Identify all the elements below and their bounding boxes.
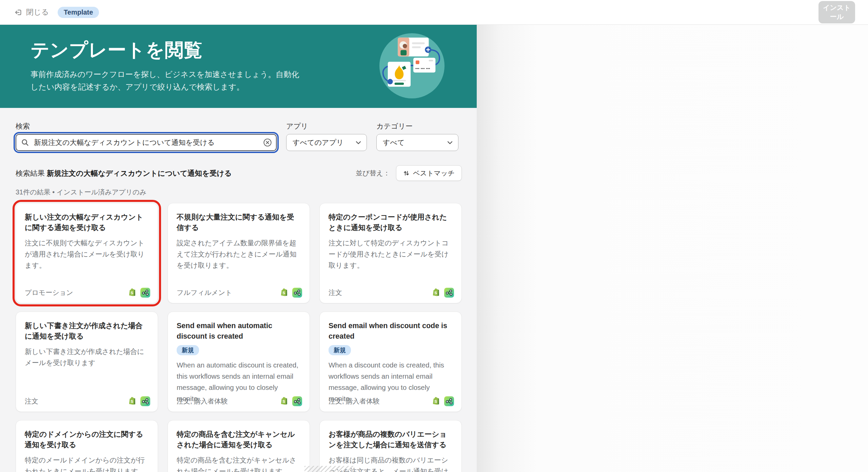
canvas-backdrop — [477, 25, 868, 472]
category-filter-group: カテゴリー すべて — [376, 121, 458, 151]
svg-text:S: S — [434, 399, 437, 403]
card-title: 特定のクーポンコードが使用されたときに通知を受け取る — [329, 212, 452, 233]
flow-icon — [444, 288, 454, 298]
clear-search-button[interactable] — [263, 138, 272, 148]
template-card[interactable]: 不規則な大量注文に関する通知を受信する設定されたアイテム数量の限界値を超えて注文… — [167, 203, 310, 303]
install-button[interactable]: インストール — [818, 1, 855, 23]
flow-icon — [140, 288, 150, 298]
shopify-icon: S — [128, 288, 137, 298]
card-category: 注文 — [329, 288, 342, 297]
template-card[interactable]: Send email when automatic discount is cr… — [167, 311, 310, 412]
card-description: 特定の商品を含む注文がキャンセルされた場合にメールを受け取ります — [177, 455, 300, 472]
svg-text:S: S — [282, 399, 285, 403]
svg-text:S: S — [282, 290, 285, 295]
sort-value: ベストマッチ — [413, 169, 455, 178]
hero-illustration — [378, 32, 446, 99]
card-footer: 注文 S — [329, 288, 454, 298]
card-category: 注文 — [25, 397, 38, 406]
filter-bar: 検索 アプリ — [0, 108, 477, 151]
card-app-icons: S — [432, 288, 454, 298]
template-card[interactable]: Send email when discount code is created… — [319, 311, 462, 412]
card-footer: プロモーション S — [25, 288, 150, 298]
card-description: 注文に対して特定のディスカウントコードが使用されたときにメールを受け取ります。 — [329, 238, 452, 271]
card-app-icons: S — [280, 288, 302, 298]
app-filter-group: アプリ すべてのアプリ — [286, 121, 367, 151]
new-badge: 新規 — [329, 345, 351, 355]
flow-icon — [140, 396, 150, 406]
results-prefix: 検索結果 — [16, 169, 45, 177]
results-count: 31件の結果 • インストール済みアプリのみ — [0, 181, 477, 197]
search-label: 検索 — [16, 121, 277, 131]
template-card[interactable]: 新しい注文の大幅なディスカウントに関する通知を受け取る注文に不規則で大幅なディス… — [16, 203, 158, 303]
sort-label: 並び替え： — [356, 169, 390, 178]
exit-icon — [14, 8, 23, 17]
app-filter-label: アプリ — [286, 121, 367, 131]
shopify-icon: S — [432, 288, 441, 298]
sort-controls: 並び替え： ベストマッチ — [356, 165, 462, 181]
card-description: 注文に不規則で大幅なディスカウントが適用された場合にメールを受け取ります。 — [25, 238, 148, 271]
category-filter-select[interactable]: すべて — [376, 134, 458, 151]
close-button[interactable]: 閉じる — [14, 7, 49, 17]
hatch-pattern — [304, 466, 355, 472]
svg-text:S: S — [434, 290, 437, 295]
template-card[interactable]: 特定のクーポンコードが使用されたときに通知を受け取る注文に対して特定のディスカウ… — [319, 203, 462, 303]
card-title: Send email when discount code is created — [329, 321, 452, 342]
results-summary: 検索結果 新規注文の大幅なディスカウントについて通知を受ける — [16, 168, 232, 178]
new-badge: 新規 — [177, 345, 199, 355]
card-category: フルフィルメント — [177, 288, 232, 297]
card-category: 注文, 購入者体験 — [329, 397, 380, 406]
card-title: 新しい下書き注文が作成された場合に通知を受け取る — [25, 321, 148, 342]
template-card[interactable]: 特定のドメインからの注文に関する通知を受け取る特定のメールドメインからの注文が行… — [16, 420, 158, 472]
template-badge: Template — [58, 7, 99, 18]
app-filter-value: すべてのアプリ — [293, 138, 343, 147]
card-app-icons: S — [128, 288, 150, 298]
card-title: 新しい注文の大幅なディスカウントに関する通知を受け取る — [25, 212, 148, 233]
sort-button[interactable]: ベストマッチ — [396, 165, 462, 181]
illo-credit-card — [413, 58, 435, 73]
chevron-down-icon — [356, 141, 361, 145]
card-footer: フルフィルメント S — [177, 288, 302, 298]
hero-banner: テンプレートを閲覧 事前作成済みのワークフローを探し、ビジネスを加速させましょう… — [0, 25, 477, 108]
category-filter-value: すべて — [383, 138, 405, 147]
template-browser-modal: テンプレートを閲覧 事前作成済みのワークフローを探し、ビジネスを加速させましょう… — [0, 25, 477, 472]
card-title: お客様が商品の複数のバリエーションを注文した場合に通知を送信する — [329, 429, 452, 450]
app-filter-select[interactable]: すべてのアプリ — [286, 134, 367, 151]
template-card[interactable]: お客様が商品の複数のバリエーションを注文した場合に通知を送信するお客様は同じ商品… — [319, 420, 462, 472]
flow-icon — [444, 396, 454, 406]
close-button-label: 閉じる — [26, 7, 49, 17]
flow-icon — [292, 288, 302, 298]
shopify-icon: S — [128, 396, 137, 406]
card-app-icons: S — [432, 396, 454, 406]
results-header: 検索結果 新規注文の大幅なディスカウントについて通知を受ける 並び替え： ベスト… — [0, 151, 477, 181]
category-filter-label: カテゴリー — [376, 121, 458, 131]
card-app-icons: S — [280, 396, 302, 406]
template-grid: 新しい注文の大幅なディスカウントに関する通知を受け取る注文に不規則で大幅なディス… — [0, 197, 477, 472]
card-category: 注文, 購入者体験 — [177, 397, 228, 406]
search-box — [16, 134, 277, 151]
results-query: 新規注文の大幅なディスカウントについて通知を受ける — [47, 169, 232, 177]
shopify-icon: S — [280, 288, 289, 298]
card-description: 新しい下書き注文が作成された場合にメールを受け取ります — [25, 346, 148, 369]
flow-icon — [292, 396, 302, 406]
clear-icon — [263, 138, 272, 147]
shopify-icon: S — [432, 396, 441, 406]
card-title: Send email when automatic discount is cr… — [177, 321, 300, 342]
card-title: 不規則な大量注文に関する通知を受信する — [177, 212, 300, 233]
template-card[interactable]: 特定の商品を含む注文がキャンセルされた場合に通知を受け取る特定の商品を含む注文が… — [167, 420, 310, 472]
chevron-down-icon — [447, 141, 453, 145]
illo-contact-card — [398, 38, 429, 56]
top-bar-left: 閉じる Template — [14, 7, 99, 18]
card-description: 設定されたアイテム数量の限界値を超えて注文が行われたときにメール通知を受け取りま… — [177, 238, 300, 271]
card-footer: 注文, 購入者体験 S — [177, 396, 302, 406]
search-group: 検索 — [16, 121, 277, 151]
search-input[interactable] — [16, 134, 277, 151]
top-bar: 閉じる Template インストール — [0, 0, 868, 25]
card-footer: 注文, 購入者体験 S — [329, 396, 454, 406]
svg-text:S: S — [131, 290, 133, 295]
sort-arrows-icon — [403, 170, 410, 176]
card-category: プロモーション — [25, 288, 73, 297]
card-footer: 注文 S — [25, 396, 150, 406]
page-subtitle: 事前作成済みのワークフローを探し、ビジネスを加速させましょう。自動化したい内容を… — [31, 68, 305, 93]
search-icon — [21, 138, 29, 147]
template-card[interactable]: 新しい下書き注文が作成された場合に通知を受け取る新しい下書き注文が作成された場合… — [16, 311, 158, 412]
